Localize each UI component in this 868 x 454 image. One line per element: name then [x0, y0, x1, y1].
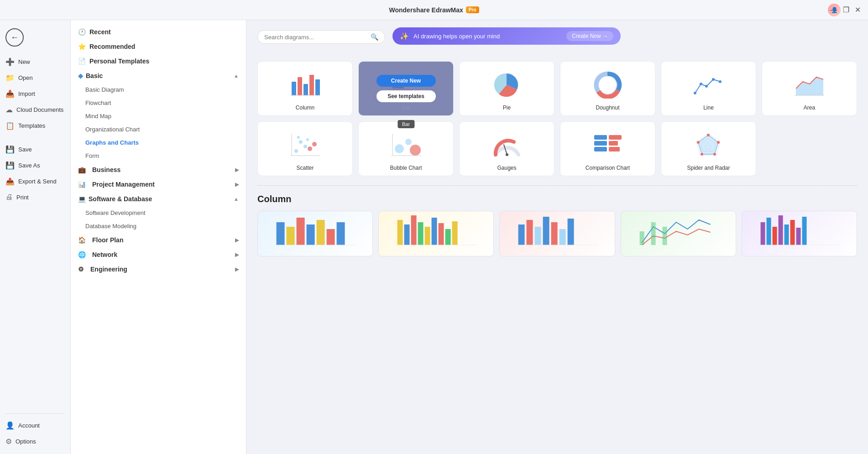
- sidebar-personal-templates-label: Personal Templates: [89, 57, 149, 65]
- sidebar-item-open[interactable]: 📁 Open: [0, 70, 70, 86]
- svg-point-24: [308, 146, 312, 151]
- templates-icon: 📋: [5, 121, 15, 130]
- svg-rect-38: [594, 147, 607, 151]
- sidebar-subitem-orgchart[interactable]: Organizational Chart: [71, 123, 246, 136]
- basic-section-icon: ◆: [78, 72, 83, 79]
- sidebar-item-templates-label: Templates: [18, 122, 45, 129]
- sidebar-section-basic[interactable]: ◆ Basic ▲: [71, 68, 246, 83]
- recommended-icon: ⭐: [78, 43, 86, 50]
- template-thumb-1[interactable]: [257, 211, 373, 256]
- sidebar-item-import[interactable]: 📥 Import: [0, 86, 70, 102]
- sidebar-item-options[interactable]: ⚙ Options: [0, 433, 70, 449]
- minimize-button[interactable]: —: [830, 6, 837, 14]
- template-thumb-3[interactable]: [499, 211, 615, 256]
- sidebar-section-engineering[interactable]: ⚙ Engineering ▶: [71, 262, 246, 277]
- chart-card-scatter[interactable]: Scatter: [257, 121, 353, 176]
- sidebar-item-print-label: Print: [16, 194, 29, 201]
- chart-card-pie[interactable]: Pie: [459, 61, 554, 116]
- sidebar-subitem-software-dev[interactable]: Software Development: [71, 206, 246, 219]
- sidebar-item-saveas-label: Save As: [18, 162, 40, 169]
- svg-rect-61: [411, 215, 417, 245]
- doughnut-label: Doughnut: [596, 104, 619, 111]
- project-chevron-icon: ▶: [235, 182, 239, 188]
- svg-rect-71: [535, 227, 541, 245]
- sidebar-item-templates[interactable]: 📋 Templates: [0, 118, 70, 134]
- sidebar-subitem-graphs[interactable]: Graphs and Charts: [71, 136, 246, 149]
- sidebar-subitem-flowchart[interactable]: Flowchart: [71, 96, 246, 110]
- scatter-chart-icon: [287, 129, 324, 161]
- template-thumb-2[interactable]: [378, 211, 494, 256]
- sidebar-item-save-label: Save: [18, 146, 32, 153]
- back-button[interactable]: ←: [5, 28, 24, 47]
- search-input[interactable]: [264, 34, 371, 41]
- sidebar-item-new[interactable]: ➕ New: [0, 54, 70, 70]
- create-now-button[interactable]: Create Now →: [566, 31, 613, 41]
- sidebar-item-export[interactable]: 📤 Export & Send: [0, 173, 70, 189]
- flowchart-label: Flowchart: [85, 99, 111, 106]
- ai-banner[interactable]: ✨ AI drawing helps open your mind Create…: [392, 27, 621, 45]
- template-thumb-5[interactable]: [742, 211, 857, 256]
- window-controls: — ❐ ✕: [830, 5, 861, 14]
- chart-card-area[interactable]: Area: [762, 61, 857, 116]
- sidebar-section-floor-plan-label: Floor Plan: [92, 236, 123, 244]
- chart-card-comparison[interactable]: Comparison Chart: [560, 121, 655, 176]
- svg-rect-78: [651, 222, 655, 245]
- scatter-label: Scatter: [296, 165, 314, 171]
- search-icon: 🔍: [371, 33, 378, 41]
- sidebar-item-save[interactable]: 💾 Save: [0, 141, 70, 157]
- svg-point-16: [712, 78, 715, 81]
- see-templates-button[interactable]: See templates: [376, 90, 436, 102]
- create-new-button[interactable]: Create New: [376, 75, 436, 87]
- chart-card-spider[interactable]: Spider and Radar: [661, 121, 756, 176]
- svg-rect-74: [559, 229, 566, 245]
- sidebar-section-software-label: Software & Database: [89, 195, 152, 203]
- svg-rect-77: [639, 231, 644, 245]
- sidebar-subitem-basic-diagram[interactable]: Basic Diagram: [71, 83, 246, 96]
- sidebar-item-open-label: Open: [18, 74, 33, 81]
- svg-rect-66: [445, 229, 451, 245]
- network-chevron-icon: ▶: [235, 252, 239, 258]
- sidebar-recent[interactable]: 🕐 Recent: [71, 25, 246, 39]
- close-button[interactable]: ✕: [855, 5, 861, 14]
- chart-card-doughnut[interactable]: Doughnut: [560, 61, 655, 116]
- sidebar-item-saveas[interactable]: 💾 Save As: [0, 157, 70, 173]
- template-thumb-4[interactable]: [621, 211, 736, 256]
- sidebar-subitem-form[interactable]: Form: [71, 149, 246, 162]
- search-bar[interactable]: 🔍: [257, 30, 385, 44]
- svg-rect-39: [609, 135, 622, 140]
- sidebar-item-cloud[interactable]: ☁ Cloud Documents: [0, 102, 70, 118]
- chart-card-line[interactable]: Line: [661, 61, 756, 116]
- chart-card-column[interactable]: Column: [257, 61, 353, 116]
- sidebar-recommended[interactable]: ⭐ Recommended: [71, 39, 246, 54]
- floor-plan-icon: 🏠: [78, 236, 86, 244]
- svg-point-20: [294, 149, 298, 153]
- sidebar-section-network[interactable]: 🌐 Network ▶: [71, 247, 246, 262]
- chart-card-gauges[interactable]: Gauges: [459, 121, 554, 176]
- line-chart-icon: [690, 69, 727, 101]
- sidebar-recommended-label: Recommended: [89, 43, 135, 50]
- sidebar-item-print[interactable]: 🖨 Print: [0, 189, 70, 205]
- sidebar-section-software[interactable]: 💻 Software & Database ▲: [71, 192, 246, 206]
- sidebar-item-export-label: Export & Send: [18, 178, 57, 185]
- chart-card-bubble[interactable]: Bubble Chart: [358, 121, 454, 176]
- svg-rect-75: [568, 219, 574, 245]
- sidebar-section-project-mgmt[interactable]: 📊 Project Management ▶: [71, 177, 246, 192]
- sidebar-section-network-label: Network: [92, 251, 117, 258]
- sidebar-subitem-mindmap[interactable]: Mind Map: [71, 110, 246, 123]
- area-chart-icon: [791, 69, 828, 101]
- basic-chevron-icon: ▲: [234, 73, 239, 78]
- sidebar-section-floor-plan[interactable]: 🏠 Floor Plan ▶: [71, 233, 246, 247]
- sidebar-personal-templates[interactable]: 📄 Personal Templates: [71, 54, 246, 68]
- maximize-button[interactable]: ❐: [843, 5, 849, 14]
- sidebar-item-account[interactable]: 👤 Account: [0, 417, 70, 433]
- chart-card-bar[interactable]: Bar Create New See templates Bar: [358, 61, 454, 116]
- svg-rect-55: [317, 220, 325, 245]
- sidebar-subitem-db-modeling[interactable]: Database Modeling: [71, 219, 246, 233]
- sidebar-section-business[interactable]: 💼 Business ▶: [71, 162, 246, 177]
- bubble-label: Bubble Chart: [390, 165, 422, 171]
- svg-rect-73: [551, 222, 558, 245]
- svg-rect-70: [527, 220, 533, 245]
- bar-hover-overlay: Create New See templates: [359, 62, 453, 115]
- form-label: Form: [85, 152, 99, 159]
- new-icon: ➕: [5, 57, 15, 66]
